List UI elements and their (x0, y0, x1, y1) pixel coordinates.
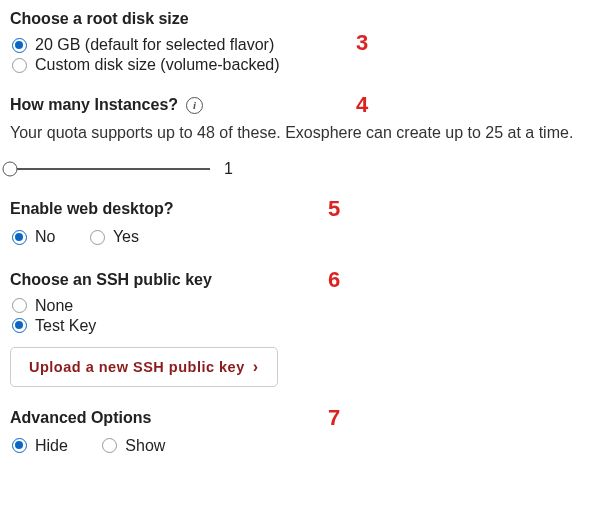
instances-section: How many Instances? i Your quota support… (10, 96, 604, 178)
instances-heading-text: How many Instances? (10, 96, 178, 114)
info-icon[interactable]: i (186, 97, 203, 114)
radio-icon[interactable] (12, 438, 27, 453)
web-desktop-heading: Enable web desktop? (10, 200, 604, 218)
radio-icon[interactable] (12, 318, 27, 333)
ssh-testkey-label: Test Key (35, 317, 96, 335)
ssh-section: Choose an SSH public key None Test Key U… (10, 271, 604, 387)
instances-slider-wrap: 1 (10, 160, 604, 178)
instances-quota-text: Your quota supports up to 48 of these. E… (10, 122, 604, 144)
radio-icon[interactable] (12, 230, 27, 245)
slider-thumb[interactable] (3, 162, 18, 177)
ssh-option-testkey[interactable]: Test Key (10, 317, 604, 335)
ssh-none-label: None (35, 297, 73, 315)
slider-track (10, 168, 210, 170)
radio-icon[interactable] (90, 230, 105, 245)
advanced-option-show[interactable]: Show (100, 437, 165, 455)
advanced-heading: Advanced Options (10, 409, 604, 427)
instances-slider[interactable] (10, 161, 210, 177)
upload-ssh-button[interactable]: Upload a new SSH public key › (10, 347, 278, 387)
web-desktop-option-no[interactable]: No (10, 228, 55, 246)
root-disk-default-label: 20 GB (default for selected flavor) (35, 36, 274, 54)
instances-heading: How many Instances? i (10, 96, 604, 114)
root-disk-heading: Choose a root disk size (10, 10, 604, 28)
chevron-right-icon: › (253, 358, 259, 376)
radio-icon[interactable] (12, 58, 27, 73)
radio-icon[interactable] (102, 438, 117, 453)
web-desktop-yes-label: Yes (113, 228, 139, 246)
ssh-heading: Choose an SSH public key (10, 271, 604, 289)
root-disk-option-default[interactable]: 20 GB (default for selected flavor) (10, 36, 604, 54)
ssh-option-none[interactable]: None (10, 297, 604, 315)
radio-icon[interactable] (12, 38, 27, 53)
advanced-option-hide[interactable]: Hide (10, 437, 68, 455)
upload-ssh-label: Upload a new SSH public key (29, 359, 245, 375)
advanced-show-label: Show (125, 437, 165, 455)
root-disk-option-custom[interactable]: Custom disk size (volume-backed) (10, 56, 604, 74)
instances-slider-value: 1 (224, 160, 233, 178)
root-disk-custom-label: Custom disk size (volume-backed) (35, 56, 280, 74)
advanced-hide-label: Hide (35, 437, 68, 455)
advanced-section: Advanced Options Hide Show 7 (10, 409, 604, 458)
root-disk-section: Choose a root disk size 20 GB (default f… (10, 10, 604, 74)
web-desktop-option-yes[interactable]: Yes (88, 228, 139, 246)
web-desktop-section: Enable web desktop? No Yes 5 (10, 200, 604, 249)
web-desktop-no-label: No (35, 228, 55, 246)
radio-icon[interactable] (12, 298, 27, 313)
